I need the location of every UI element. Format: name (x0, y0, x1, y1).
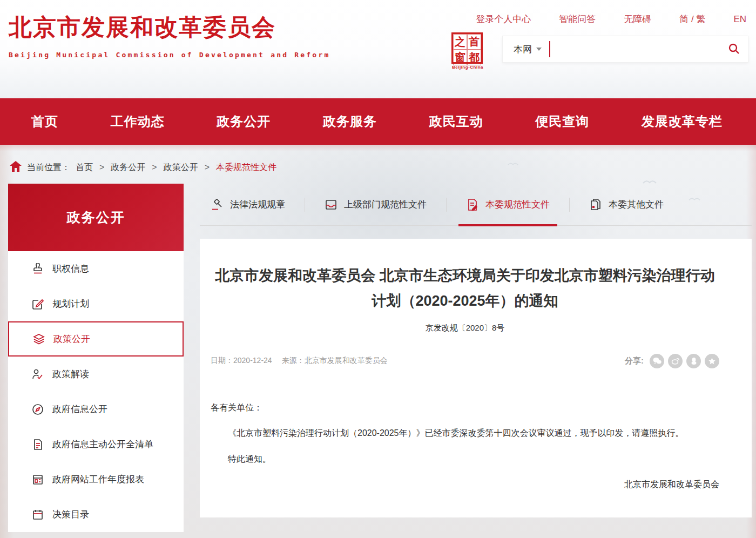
seal-char: 首 (467, 34, 481, 50)
sidebar-item-planning[interactable]: 规划计划 (8, 286, 184, 321)
article-title: 北京市发展和改革委员会 北京市生态环境局关于印发北京市塑料污染治理行动计划（20… (211, 263, 719, 314)
layers-icon (33, 333, 45, 345)
main-nav: 首页 工作动态 政务公开 政务服务 政民互动 便民查询 发展改革专栏 (0, 98, 756, 145)
sidebar-item-label: 政府信息主动公开全清单 (52, 438, 153, 450)
simplified-traditional-link[interactable]: 简 / 繁 (679, 13, 705, 25)
nav-item-work-updates[interactable]: 工作动态 (111, 113, 165, 130)
sidebar-item-policy-disclosure[interactable]: 政策公开 (8, 321, 184, 357)
site-title-cn: 北京市发展和改革委员会 (9, 12, 330, 43)
breadcrumb-item-gov-disclosure[interactable]: 政务公开 (111, 162, 145, 173)
tab-superior-normative-documents[interactable]: 上级部门规范性文件 (325, 184, 427, 225)
sidebar-item-policy-interpretation[interactable]: 政策解读 (8, 357, 184, 392)
sidebar-item-label: 职权信息 (52, 263, 89, 275)
share-toolbar: 分享: (625, 354, 719, 368)
nav-item-interaction[interactable]: 政民互动 (429, 113, 483, 130)
site-header: 北京市发展和改革委员会 Beijing Municipal Commission… (0, 0, 756, 98)
seal-char: 之 (453, 34, 467, 50)
login-personal-center-link[interactable]: 登录个人中心 (476, 13, 531, 25)
seal-char: 都 (467, 50, 481, 65)
sidebar-item-authority-info[interactable]: 职权信息 (8, 251, 184, 286)
accessibility-link[interactable]: 无障碍 (624, 13, 651, 25)
sidebar-item-label: 规划计划 (52, 298, 89, 310)
weibo-icon[interactable] (668, 354, 683, 368)
tab-bar: 法律法规规章 上级部门规范性文件 (200, 184, 752, 226)
qq-icon[interactable] (686, 354, 701, 368)
stamp-icon (32, 263, 44, 275)
tab-label: 法律法规规章 (230, 198, 285, 211)
sidebar: 政务公开 职权信息 (8, 184, 184, 532)
tab-divider (569, 198, 570, 212)
source-label: 来源： (282, 356, 305, 365)
breadcrumb-separator: > (152, 163, 157, 172)
search-input[interactable] (550, 36, 720, 62)
breadcrumb-item-policy-disclosure[interactable]: 政策公开 (164, 162, 198, 173)
breadcrumb-label: 当前位置： (27, 162, 70, 173)
nav-item-home[interactable]: 首页 (31, 113, 58, 130)
body-paragraph: 特此通知。 (211, 448, 719, 470)
search-icon (727, 42, 740, 57)
sidebar-item-proactive-disclosure-list[interactable]: 政府信息主动公开全清单 (8, 427, 184, 462)
sidebar-item-website-annual-report[interactable]: 政府网站工作年度报表 (8, 462, 184, 497)
sidebar-menu: 职权信息 规划计划 (8, 251, 184, 532)
sidebar-item-label: 政策公开 (53, 333, 90, 345)
star-icon[interactable] (705, 354, 719, 368)
share-label: 分享: (625, 356, 644, 366)
english-link[interactable]: EN (733, 14, 746, 25)
site-title-en: Beijing Municipal Commission of Developm… (9, 51, 330, 59)
tab-laws-regulations[interactable]: 法律法规规章 (211, 184, 285, 225)
search-bar: 本网 (502, 36, 748, 63)
smart-qa-link[interactable]: 智能问答 (559, 13, 596, 25)
sidebar-item-decision-catalog[interactable]: 决策目录 (8, 497, 184, 532)
body-salutation: 各有关单位： (211, 396, 719, 419)
nav-item-reform-column[interactable]: 发展改革专栏 (642, 113, 723, 130)
tab-label: 上级部门规范性文件 (344, 198, 427, 211)
article-meta: 日期：2020-12-24来源：北京市发展和改革委员会 (211, 356, 388, 366)
tab-label: 本委其他文件 (609, 198, 664, 211)
document-pen-icon (466, 198, 479, 211)
tab-divider (446, 198, 447, 212)
breadcrumb-item-current[interactable]: 本委规范性文件 (216, 162, 276, 173)
sidebar-item-label: 决策目录 (52, 508, 89, 521)
article-source: 北京市发展和改革委员会 (305, 356, 388, 365)
document-number: 京发改规〔2020〕8号 (211, 323, 719, 333)
main-content: 法律法规规章 上级部门规范性文件 (200, 184, 752, 532)
nav-item-convenient-query[interactable]: 便民查询 (535, 113, 589, 130)
list-document-icon (32, 439, 44, 450)
topbar-links: 登录个人中心 智能问答 无障碍 简 / 繁 EN (476, 13, 746, 25)
nav-item-gov-services[interactable]: 政务服务 (323, 113, 377, 130)
tab-divider (305, 198, 305, 212)
compass-icon (32, 404, 44, 415)
page-background: 当前位置： 首页 > 政务公开 > 政策公开 > 本委规范性文件 政务公开 (0, 145, 756, 538)
search-scope-dropdown[interactable]: 本网 (503, 43, 549, 56)
breadcrumb-separator: > (99, 163, 104, 172)
sidebar-item-gov-info-disclosure[interactable]: 政府信息公开 (8, 392, 184, 427)
date-label: 日期： (211, 356, 233, 365)
sidebar-title: 政务公开 (8, 184, 184, 251)
search-scope-label: 本网 (514, 43, 532, 56)
body-signature: 北京市发展和改革委员会 (211, 473, 719, 496)
capital-window-seal-logo[interactable]: 之 首 窗 都 Beijing-China (451, 32, 484, 70)
plan-edit-icon (32, 298, 44, 310)
breadcrumb-item-home[interactable]: 首页 (76, 162, 93, 173)
catalog-icon (32, 509, 44, 521)
bird-decoration (508, 161, 518, 166)
inbox-icon (325, 198, 338, 211)
seal-caption: Beijing-China (451, 65, 484, 70)
sidebar-item-label: 政府信息公开 (52, 403, 107, 415)
sidebar-item-label: 政府网站工作年度报表 (52, 473, 144, 486)
article-body: 各有关单位： 《北京市塑料污染治理行动计划（2020-2025年）》已经市委深改… (211, 396, 719, 496)
report-table-icon (32, 474, 44, 486)
article-meta-row: 日期：2020-12-24来源：北京市发展和改革委员会 分享: (211, 354, 719, 368)
wechat-icon[interactable] (650, 354, 664, 368)
tab-label: 本委规范性文件 (485, 198, 550, 211)
tab-committee-other-documents[interactable]: 本委其他文件 (589, 184, 664, 225)
documents-icon (589, 198, 602, 211)
home-icon[interactable] (10, 161, 22, 174)
article-card: 北京市发展和改革委员会 北京市生态环境局关于印发北京市塑料污染治理行动计划（20… (200, 239, 752, 517)
nav-item-gov-disclosure[interactable]: 政务公开 (217, 113, 271, 130)
tab-committee-normative-documents[interactable]: 本委规范性文件 (466, 184, 550, 225)
search-button[interactable] (720, 36, 748, 62)
gavel-icon (211, 198, 224, 211)
breadcrumb-separator: > (205, 163, 210, 172)
sidebar-item-label: 政策解读 (52, 368, 89, 380)
